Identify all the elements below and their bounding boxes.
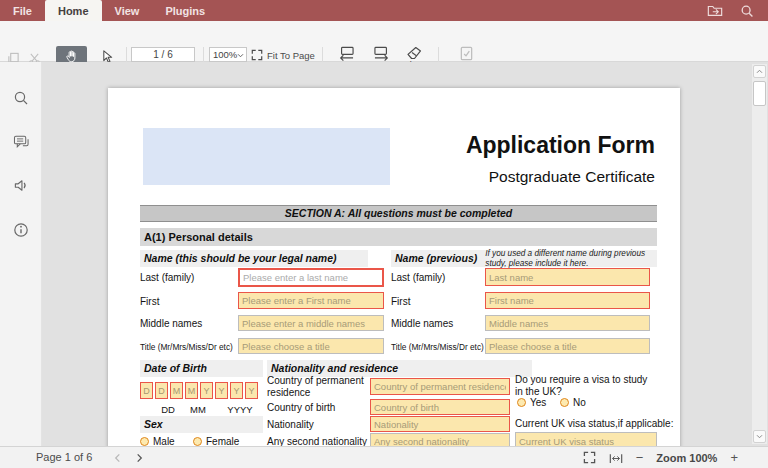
- male-radio[interactable]: [140, 437, 149, 446]
- search-icon[interactable]: [13, 88, 29, 104]
- statusbar: Page 1 of 6 − Zoom 100% +: [0, 446, 768, 468]
- menubar: File Home View Plugins: [0, 0, 768, 21]
- open-file-icon[interactable]: [707, 4, 723, 17]
- male-label: Male: [153, 436, 175, 446]
- pdf-form-viewer-window: File Home View Plugins Hand Select 1 / 6: [0, 0, 768, 468]
- previous-name-header: Name (previous) If you used a different …: [391, 250, 657, 267]
- previous-title-input[interactable]: [485, 338, 650, 354]
- nationality-input[interactable]: [370, 416, 510, 432]
- legal-middle-names-input[interactable]: [238, 315, 384, 331]
- left-panel-sidebar: [0, 62, 42, 446]
- dob-digit-input[interactable]: [185, 382, 198, 399]
- status-prev-page-icon[interactable]: [113, 451, 122, 463]
- section-a-header: SECTION A: All questions must be complet…: [140, 205, 657, 222]
- zoom-level-dropdown[interactable]: 100%: [209, 47, 247, 62]
- scroll-up-button[interactable]: [753, 65, 766, 78]
- zoom-level-value: 100%: [213, 49, 237, 60]
- country-of-birth-input[interactable]: [370, 399, 510, 415]
- sex-header: Sex: [140, 416, 263, 433]
- visa-no-option[interactable]: No: [560, 397, 586, 408]
- dob-digit-input[interactable]: [170, 382, 183, 399]
- menu-tab-file[interactable]: File: [0, 0, 45, 21]
- visa-question-label: Do you require a visa to study in the UK…: [515, 374, 657, 397]
- menu-tab-home[interactable]: Home: [45, 0, 102, 21]
- previous-name-title: Name (previous): [395, 250, 477, 267]
- menu-tab-view[interactable]: View: [102, 0, 153, 21]
- document-viewport[interactable]: Application Form Postgraduate Certificat…: [42, 62, 768, 446]
- dob-mm-hint: MM: [184, 404, 212, 415]
- previous-field-icon: [337, 46, 355, 61]
- field-label: Nationality: [267, 419, 314, 430]
- second-nationality-input[interactable]: [370, 433, 510, 446]
- visa-status-label: Current UK visa status,if applicable:: [515, 418, 673, 429]
- previous-last-name-input[interactable]: [485, 268, 650, 286]
- zoom-in-button[interactable]: +: [730, 450, 738, 465]
- legal-title-input[interactable]: [238, 338, 384, 354]
- dob-digit-input[interactable]: [245, 382, 258, 399]
- next-field-icon: [373, 46, 391, 61]
- legal-first-name-input[interactable]: [238, 292, 384, 309]
- visa-yes-label: Yes: [530, 397, 546, 408]
- zoom-percentage-label: Zoom 100%: [656, 452, 717, 464]
- dob-yyyy-hint: YYYY: [216, 404, 264, 415]
- field-label: Title (Mr/Mrs/Miss/Dr etc): [140, 342, 233, 352]
- vertical-scrollbar[interactable]: [752, 64, 767, 444]
- visa-no-label: No: [573, 397, 586, 408]
- read-aloud-icon[interactable]: [13, 176, 29, 192]
- fit-to-page-label: Fit To Page: [267, 50, 315, 61]
- comments-icon[interactable]: [13, 132, 29, 148]
- info-icon[interactable]: [13, 220, 29, 236]
- sex-female-option[interactable]: Female: [193, 436, 239, 446]
- country-of-permanent-residence-input[interactable]: [370, 378, 510, 395]
- dob-header: Date of Birth: [140, 360, 263, 377]
- dob-digit-input[interactable]: [140, 382, 153, 399]
- visa-status-input[interactable]: [515, 432, 657, 446]
- zoom-out-button[interactable]: −: [636, 450, 644, 465]
- submit-icon: [459, 46, 474, 61]
- field-label: First: [391, 296, 410, 307]
- visa-yes-option[interactable]: Yes: [517, 397, 546, 408]
- chevron-down-icon: [237, 49, 244, 60]
- field-label: Middle names: [140, 318, 202, 329]
- page-count-label: Page 1 of 6: [36, 451, 92, 463]
- copy-icon[interactable]: [7, 49, 21, 63]
- previous-middle-names-input[interactable]: [485, 315, 650, 331]
- field-label: First: [140, 296, 159, 307]
- logo-placeholder: [143, 128, 390, 185]
- fit-to-page-button[interactable]: Fit To Page: [251, 48, 315, 62]
- dob-digit-input[interactable]: [230, 382, 243, 399]
- visa-no-radio[interactable]: [560, 398, 569, 407]
- legal-name-header: Name (this should be your legal name): [140, 250, 368, 267]
- female-label: Female: [206, 436, 239, 446]
- previous-name-note: If you used a different name during prev…: [485, 249, 647, 268]
- cut-icon[interactable]: [28, 49, 42, 63]
- page-number-input[interactable]: 1 / 6: [131, 47, 195, 62]
- status-next-page-icon[interactable]: [135, 451, 144, 463]
- visa-yes-radio[interactable]: [517, 398, 526, 407]
- field-label: Title (Mr/Mrs/Miss/Dr etc): [391, 342, 484, 352]
- field-label: Last (family): [391, 272, 445, 283]
- document-heading: Application Form Postgraduate Certificat…: [466, 132, 655, 186]
- field-label: Last (family): [140, 272, 194, 283]
- legal-last-name-input[interactable]: [238, 268, 384, 287]
- document-subtitle: Postgraduate Certificate: [466, 168, 655, 186]
- female-radio[interactable]: [193, 437, 202, 446]
- previous-first-name-input[interactable]: [485, 292, 650, 309]
- menu-tab-plugins[interactable]: Plugins: [152, 0, 218, 21]
- fit-to-width-icon[interactable]: [609, 451, 623, 464]
- clear-fields-icon: [406, 46, 422, 60]
- personal-details-header: A(1) Personal details: [140, 228, 657, 246]
- fit-to-page-icon[interactable]: [583, 451, 596, 465]
- field-label: Country of permanent residence: [267, 375, 367, 398]
- sex-male-option[interactable]: Male: [140, 436, 175, 446]
- dob-digit-input[interactable]: [155, 382, 168, 399]
- scrollbar-thumb[interactable]: [753, 81, 766, 106]
- dob-digit-input[interactable]: [200, 382, 213, 399]
- scroll-down-button[interactable]: [753, 430, 766, 443]
- pdf-page: Application Form Postgraduate Certificat…: [108, 88, 680, 446]
- field-label: Country of birth: [267, 402, 335, 413]
- toolbar: Hand Select 1 / 6 100% Zoom Fit To Page …: [0, 21, 768, 62]
- dob-digit-input[interactable]: [215, 382, 228, 399]
- search-icon[interactable]: [740, 4, 754, 18]
- document-title: Application Form: [466, 132, 655, 159]
